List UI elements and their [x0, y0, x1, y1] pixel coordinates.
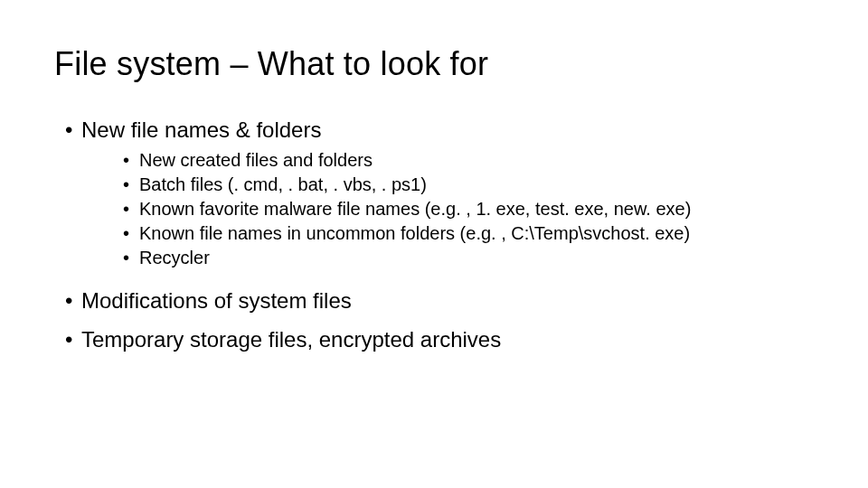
sub-bullet-list: New created files and folders Batch file… — [123, 148, 814, 270]
sub-bullet-item: Recycler — [123, 246, 814, 270]
bullet-text: Temporary storage files, encrypted archi… — [81, 327, 501, 352]
sub-bullet-item: Known favorite malware file names (e.g. … — [123, 197, 814, 221]
bullet-text: New file names & folders — [81, 117, 321, 142]
sub-bullet-item: Known file names in uncommon folders (e.… — [123, 221, 814, 246]
bullet-text: Modifications of system files — [81, 288, 352, 313]
sub-bullet-item: Batch files (. cmd, . bat, . vbs, . ps1) — [123, 173, 814, 197]
bullet-item: New file names & folders New created fil… — [65, 116, 814, 270]
sub-bullet-item: New created files and folders — [123, 148, 814, 173]
bullet-item: Modifications of system files — [65, 286, 814, 315]
bullet-list: New file names & folders New created fil… — [65, 116, 814, 354]
bullet-item: Temporary storage files, encrypted archi… — [65, 325, 814, 354]
slide-title: File system – What to look for — [54, 45, 814, 83]
